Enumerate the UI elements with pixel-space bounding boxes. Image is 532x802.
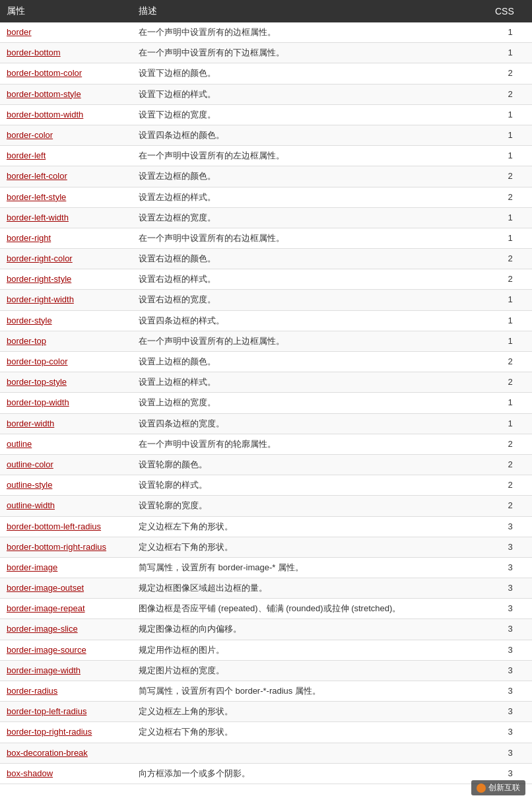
table-row: border-style设置四条边框的样式。1: [0, 310, 532, 331]
cell-prop: border-bottom: [0, 43, 132, 63]
prop-link[interactable]: outline-style: [7, 480, 52, 490]
table-row: box-shadow向方框添加一个或多个阴影。3: [0, 763, 532, 784]
prop-link[interactable]: border-left: [7, 150, 46, 160]
prop-link[interactable]: border-top-width: [7, 397, 69, 407]
cell-css: 2: [488, 496, 532, 516]
prop-link[interactable]: border-image-repeat: [7, 603, 85, 613]
cell-desc: 设置上边框的颜色。: [132, 352, 488, 372]
header-desc: 描述: [132, 0, 488, 22]
table-row: border-right-style设置右边框的样式。2: [0, 269, 532, 290]
prop-link[interactable]: outline: [7, 439, 32, 449]
prop-link[interactable]: border-right-width: [7, 294, 74, 304]
cell-css: 3: [488, 660, 532, 681]
cell-css: 3: [488, 681, 532, 702]
cell-prop: border-bottom-color: [0, 63, 132, 84]
cell-prop: border-top-width: [0, 393, 132, 413]
prop-link[interactable]: border-bottom-width: [7, 110, 83, 119]
cell-desc: 在一个声明中设置所有的上边框属性。: [132, 331, 488, 351]
prop-link[interactable]: border-top: [7, 336, 46, 346]
table-row: box-decoration-break3: [0, 743, 532, 763]
table-row: border-right在一个声明中设置所有的右边框属性。1: [0, 228, 532, 248]
cell-desc: 设置轮廓的宽度。: [132, 496, 488, 516]
cell-desc: 设置轮廓的颜色。: [132, 454, 488, 475]
cell-prop: box-decoration-break: [0, 743, 132, 763]
prop-link[interactable]: border-image: [7, 562, 57, 572]
prop-link[interactable]: border-right: [7, 233, 51, 243]
cell-desc: 规定边框图像区域超出边框的量。: [132, 578, 488, 599]
table-row: border-left在一个声明中设置所有的左边框属性。1: [0, 146, 532, 166]
cell-css: 3: [488, 557, 532, 578]
cell-desc: 简写属性，设置所有四个 border-*-radius 属性。: [132, 681, 488, 702]
cell-prop: border-color: [0, 125, 132, 145]
cell-prop: border-image-repeat: [0, 599, 132, 619]
cell-prop: outline: [0, 434, 132, 454]
cell-css: 1: [488, 331, 532, 351]
prop-link[interactable]: border-top-left-radius: [7, 706, 86, 716]
prop-link[interactable]: border-image-slice: [7, 624, 78, 634]
cell-css: 1: [488, 207, 532, 228]
cell-css: 3: [488, 619, 532, 640]
prop-link[interactable]: border: [7, 27, 32, 37]
prop-link[interactable]: box-decoration-break: [7, 748, 88, 758]
table-row: border-image-source规定用作边框的图片。3: [0, 640, 532, 660]
table-row: border在一个声明中设置所有的边框属性。1: [0, 22, 532, 43]
cell-prop: border-right: [0, 228, 132, 248]
cell-prop: border-bottom-style: [0, 84, 132, 104]
cell-desc: 设置右边框的颜色。: [132, 249, 488, 269]
prop-link[interactable]: outline-width: [7, 500, 55, 510]
cell-css: 3: [488, 743, 532, 763]
prop-link[interactable]: outline-color: [7, 459, 53, 469]
cell-prop: outline-color: [0, 454, 132, 475]
prop-link[interactable]: border-top-right-radius: [7, 727, 92, 737]
prop-link[interactable]: border-right-style: [7, 274, 71, 284]
table-row: border-top-right-radius定义边框右下角的形状。3: [0, 722, 532, 743]
cell-css: 2: [488, 372, 532, 393]
table-row: border-right-color设置右边框的颜色。2: [0, 249, 532, 269]
prop-link[interactable]: border-left-width: [7, 213, 69, 222]
cell-css: 3: [488, 702, 532, 722]
cell-prop: border-top-right-radius: [0, 722, 132, 743]
prop-link[interactable]: border-image-width: [7, 665, 81, 675]
cell-desc: 图像边框是否应平铺 (repeated)、铺满 (rounded)或拉伸 (st…: [132, 599, 488, 619]
cell-css: 1: [488, 290, 532, 310]
cell-prop: border-top: [0, 331, 132, 351]
cell-prop: border-bottom-left-radius: [0, 516, 132, 537]
prop-link[interactable]: border-bottom-left-radius: [7, 521, 101, 531]
header-css: CSS: [488, 0, 532, 22]
table-row: border-left-width设置左边框的宽度。1: [0, 207, 532, 228]
prop-link[interactable]: border-bottom-color: [7, 68, 82, 78]
prop-link[interactable]: border-color: [7, 130, 53, 140]
prop-link[interactable]: border-style: [7, 316, 52, 325]
prop-link[interactable]: border-left-style: [7, 192, 66, 202]
cell-prop: border-left-width: [0, 207, 132, 228]
prop-link[interactable]: border-image-source: [7, 645, 86, 655]
prop-link[interactable]: border-left-color: [7, 171, 67, 181]
prop-link[interactable]: border-top-style: [7, 377, 67, 387]
prop-link[interactable]: border-image-outset: [7, 583, 84, 593]
cell-css: 1: [488, 43, 532, 63]
prop-link[interactable]: border-radius: [7, 686, 57, 696]
table-row: outline在一个声明中设置所有的轮廓属性。2: [0, 434, 532, 454]
table-row: border-right-width设置右边框的宽度。1: [0, 290, 532, 310]
cell-desc: 设置下边框的颜色。: [132, 63, 488, 84]
cell-desc: 设置右边框的宽度。: [132, 290, 488, 310]
cell-prop: border-right-width: [0, 290, 132, 310]
table-row: border-left-style设置左边框的样式。2: [0, 187, 532, 207]
cell-desc: 定义边框右下角的形状。: [132, 537, 488, 557]
prop-link[interactable]: box-shadow: [7, 768, 53, 778]
prop-link[interactable]: border-bottom: [7, 48, 61, 57]
prop-link[interactable]: border-width: [7, 418, 54, 428]
prop-link[interactable]: border-right-color: [7, 253, 73, 263]
prop-link[interactable]: border-bottom-style: [7, 89, 81, 99]
prop-link[interactable]: border-top-color: [7, 356, 68, 366]
prop-link[interactable]: border-bottom-right-radius: [7, 542, 106, 552]
table-row: border-image简写属性，设置所有 border-image-* 属性。…: [0, 557, 532, 578]
table-row: border-top-left-radius定义边框左上角的形状。3: [0, 702, 532, 722]
cell-desc: 设置上边框的样式。: [132, 372, 488, 393]
table-row: border-width设置四条边框的宽度。1: [0, 413, 532, 434]
cell-desc: [132, 743, 488, 763]
cell-prop: border-radius: [0, 681, 132, 702]
cell-css: 1: [488, 22, 532, 43]
cell-desc: 规定图像边框的向内偏移。: [132, 619, 488, 640]
cell-desc: 设置左边框的颜色。: [132, 166, 488, 187]
